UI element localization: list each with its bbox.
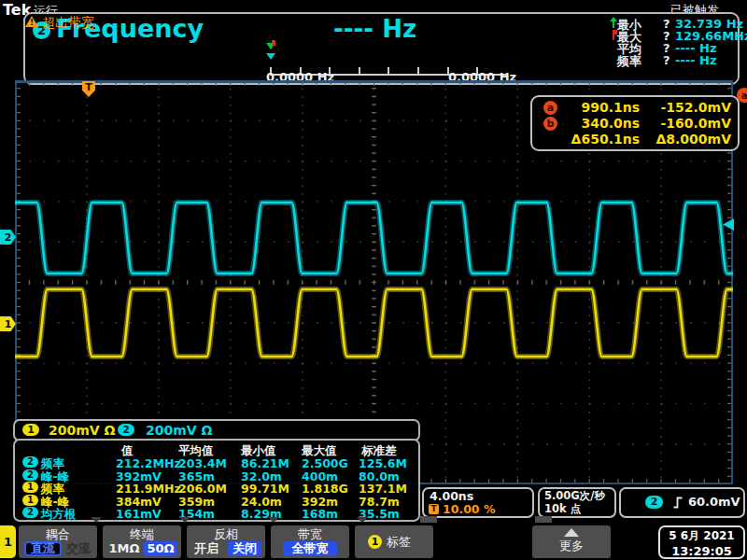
invert-off-option[interactable]: 关闭 [228,541,261,556]
more-button-text: 更多 [532,538,611,554]
trigger-position-icon: T [429,504,439,514]
cursor-b-volt: -160.0mV [638,116,731,131]
channel-1-position-marker[interactable]: 1 [0,316,16,331]
trigger-position-value: 10.00 % [443,502,495,516]
row-channel-badge: 1 [22,482,38,493]
termination-50ohm-option[interactable]: 50Ω [144,541,177,556]
stat-question: ? [663,53,670,67]
cursor-delta-volt: Δ8.000mV [638,132,731,147]
cursor-a-badge: a [543,101,557,115]
record-length-value: 10k 点 [544,502,581,516]
channel-2-position-marker[interactable]: 2 [0,230,16,245]
sample-rate-value: 5.00G次/秒 [544,489,605,503]
warning-icon-bang: ! [30,18,34,27]
label-channel-badge: 1 [368,535,382,549]
cursor-a-row: a 990.1ns -152.0mV [532,100,738,116]
channel-2-badge: 2 [118,424,134,436]
softkey-notch [179,517,190,523]
datetime-box: 5 6月 2021 13:29:05 [658,525,745,559]
cursor-b-time: 340.0ns [560,116,640,131]
channel-1-badge: 1 [22,424,39,436]
green-min-flag-icon [610,18,616,28]
softkey-tab [535,516,552,523]
invert-button[interactable]: 反相 开启 关闭 [187,525,265,558]
horizontal-scale-value: 4.00ns [430,489,473,503]
trigger-source-badge: 2 [645,496,663,509]
red-max-flag-icon [610,30,616,40]
oscilloscope-screen: { "header": { "logo": "Tek", "run_status… [0,0,747,560]
measurement-table: 值 平均值 最小值 最大值 标准差 2 频率 212.2MHz 203.4M 8… [13,439,420,522]
cursor-b-badge: b [543,117,557,131]
row-channel-badge: 2 [22,469,38,481]
current-marker-icon [266,53,275,60]
trigger-readout-box: 2 60.0mV [619,487,745,518]
bandwidth-button[interactable]: 带宽 全带宽 [271,525,349,558]
bandwidth-full-option[interactable]: 全带宽 [283,541,337,556]
row-channel-badge: 1 [22,495,38,506]
label-button[interactable]: 1 标签 [355,525,433,558]
acquisition-box: 5.00G次/秒 10k 点 [538,487,616,518]
row-channel-badge: 2 [22,507,38,518]
chevron-up-icon [564,528,579,537]
cell: 168m [302,507,338,521]
cursor-b-row: b 340.0ns -160.0mV [532,116,738,132]
cursor-readout-box: a 990.1ns -152.0mV b 340.0ns -160.0mV Δ6… [530,95,740,151]
cursor-a-time: 990.1ns [560,100,640,115]
invert-on-option[interactable]: 开启 [190,541,222,556]
table-row: 2 峰-峰 392mV 365m 32.0m 400m 80.0m [15,469,418,483]
trace-ch2 [15,203,733,273]
horizontal-scale-box: 4.00ns T 10.00 % [422,487,534,518]
coupling-ac-option[interactable]: 交流 [63,541,93,556]
cursor-a-volt: -152.0mV [638,100,731,115]
softkey-notch [268,517,279,523]
row-channel-badge: 2 [22,456,38,468]
softkey-notch [91,517,102,523]
menu-channel-badge: 1 [0,525,16,558]
stat-value: ---- Hz [675,53,717,67]
table-row: 1 频率 211.9MHz 206.0M 99.71M 1.818G 137.1… [15,482,418,495]
stat-label: 频率 [617,53,641,70]
label-button-text: 标签 [387,534,411,551]
cursor-delta-time: Δ650.1ns [560,132,640,147]
rising-edge-icon [672,496,684,510]
termination-1mohm-option[interactable]: 1MΩ [106,541,142,556]
table-row: 2 频率 212.2MHz 203.4M 86.21M 2.500G 125.6… [15,456,418,469]
cell: 161mV [116,507,162,521]
date-label: 5 6月 2021 [660,528,743,544]
table-row: 1 峰-峰 384mV 359m 24.0m 392m 78.7m [15,495,418,508]
measurement-banner: 2 Frequency ---- Hz ! 超出带宽 0.0000 Hz 0.0… [23,12,740,85]
more-button[interactable]: 更多 [532,525,611,558]
channel-1-scale: 200mV Ω [49,423,115,438]
trigger-level-value: 60.0mV [688,495,737,509]
max-marker-icon [272,40,275,46]
time-label: 13:29:05 [660,544,743,558]
softkey-tab [420,516,437,523]
row-name: 均方根 [41,507,77,523]
coupling-dc-option[interactable]: 直流 [24,541,62,556]
warning-text: 超出带宽 [42,15,94,32]
measurement-value: ---- Hz [333,15,416,43]
cursor-delta-row: Δ650.1ns Δ8.000mV [532,132,738,147]
channel-2-scale: 200mV Ω [146,423,212,438]
coupling-button[interactable]: 耦合 直流 交流 [19,525,97,558]
termination-button[interactable]: 终端 1MΩ 50Ω [103,525,181,558]
softkey-notch [357,517,368,523]
